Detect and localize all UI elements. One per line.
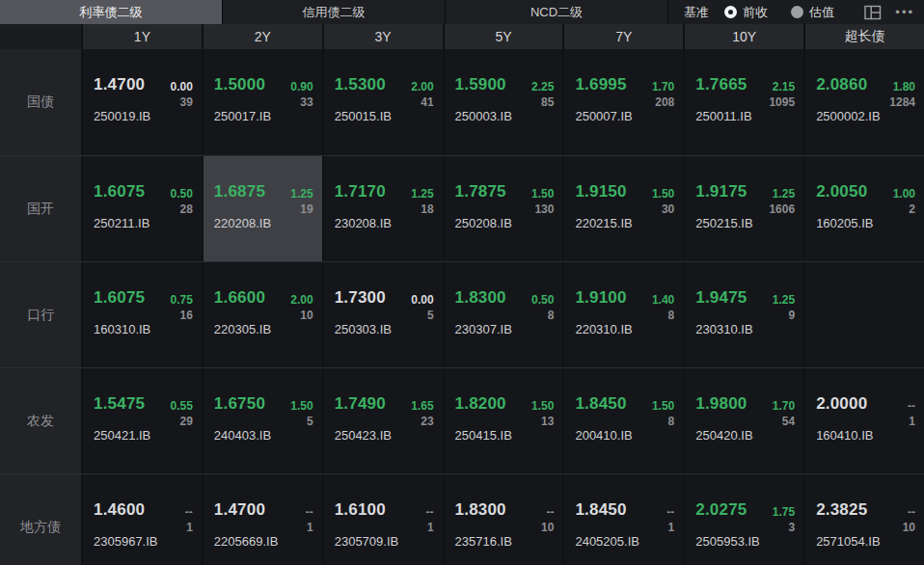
bond-cell[interactable]: 1.4600--12305967.IB — [81, 474, 202, 565]
bond-vol: 16 — [179, 309, 192, 322]
bond-cell[interactable]: 1.98001.7054250420.IB — [683, 368, 803, 473]
bond-vol: 29 — [179, 415, 192, 428]
column-header-row: 1Y2Y3Y5Y7Y10Y超长债 — [0, 24, 924, 49]
bond-cell[interactable]: 1.82001.5013250415.IB — [443, 368, 563, 473]
bond-code: 230310.IB — [695, 322, 752, 336]
bond-cell[interactable]: 2.02751.7532505953.IB — [683, 474, 803, 565]
bond-rate: 1.7875 — [455, 182, 506, 202]
bond-rate: 1.9175 — [695, 182, 747, 202]
bond-vol: 1095 — [769, 95, 795, 109]
bond-code: 250421.IB — [94, 428, 150, 443]
bond-code: 250003.IB — [455, 109, 512, 123]
bond-code: 220215.IB — [575, 216, 632, 230]
bond-cell[interactable]: 1.54750.5529250421.IB — [81, 368, 202, 473]
bond-chg: -- — [426, 505, 434, 519]
bond-cell[interactable]: 1.50000.9033250017.IB — [202, 49, 322, 155]
bond-row: 国开1.60750.5028250211.IB1.68751.251922020… — [0, 155, 924, 261]
bond-cell[interactable]: 1.8450--12405205.IB — [562, 474, 683, 565]
bond-rate: 1.5300 — [335, 75, 386, 94]
bond-code: 235716.IB — [455, 534, 512, 549]
bond-vol: 1 — [909, 415, 915, 428]
bond-cell[interactable]: 1.78751.50130250208.IB — [443, 156, 563, 261]
radio-prev-close[interactable]: 前收 — [724, 4, 768, 21]
bond-rate: 1.6100 — [335, 500, 386, 520]
bond-chg: 2.00 — [290, 293, 313, 307]
bond-vol: 28 — [179, 202, 192, 216]
bond-vol: 8 — [668, 415, 675, 428]
bond-vol: 3 — [788, 521, 795, 534]
bond-chg: 1.50 — [290, 399, 313, 413]
bond-chg: -- — [908, 505, 915, 519]
bond-cell[interactable]: 1.76652.151095250011.IB — [683, 49, 803, 155]
bond-vol: 9 — [788, 309, 795, 322]
bond-cell[interactable]: 1.4700--12205669.IB — [202, 474, 322, 565]
bond-rate: 1.9800 — [695, 394, 747, 414]
bond-rate: 1.4600 — [94, 500, 145, 520]
bond-vol: 30 — [662, 202, 674, 216]
bond-cell[interactable]: 1.71701.2518230208.IB — [322, 156, 443, 261]
bond-code: 250415.IB — [455, 428, 512, 443]
row-label: 口行 — [0, 262, 81, 367]
bond-cell[interactable]: 2.0000--1160410.IB — [803, 368, 924, 473]
bond-chg: 1.25 — [773, 293, 795, 307]
bond-code: 250208.IB — [455, 216, 512, 230]
bond-vol: 1 — [307, 521, 313, 534]
bond-code: 160310.IB — [94, 322, 150, 336]
bond-cell[interactable]: 1.66002.0010220305.IB — [202, 262, 322, 367]
bond-rate: 1.7490 — [335, 394, 386, 414]
bond-cell[interactable]: 1.73000.005250303.IB — [322, 262, 443, 367]
bond-cell[interactable]: 1.91751.251606250215.IB — [683, 156, 803, 261]
bond-rate: 1.9475 — [695, 288, 747, 308]
radio-button-icon — [791, 6, 803, 18]
bond-cell[interactable]: 1.69951.70208250007.IB — [562, 49, 683, 155]
bond-cell[interactable]: 1.67501.505240403.IB — [202, 368, 322, 473]
bond-chg: 1.25 — [290, 187, 313, 201]
bond-vol: 54 — [782, 415, 795, 428]
bond-rate: 1.5900 — [455, 75, 506, 94]
bond-chg: -- — [666, 505, 674, 519]
bond-rate: 2.0000 — [816, 394, 867, 414]
column-header-2: 3Y — [322, 24, 443, 49]
bond-chg: 1.50 — [531, 399, 554, 413]
bond-rate: 1.4700 — [214, 500, 265, 520]
layout-panels-icon[interactable] — [864, 5, 882, 20]
row-label: 农发 — [0, 368, 81, 473]
bond-vol: 1 — [186, 521, 193, 534]
bond-cell[interactable]: 1.59002.2585250003.IB — [443, 49, 563, 155]
bond-chg: -- — [185, 505, 193, 519]
bond-chg: 0.50 — [170, 187, 192, 201]
bond-cell[interactable]: 1.94751.259230310.IB — [683, 262, 803, 367]
bond-cell[interactable]: 1.60750.5028250211.IB — [81, 156, 202, 261]
bond-cell[interactable]: 1.8300--10235716.IB — [443, 474, 563, 565]
bond-cell[interactable]: 2.08601.8012842500002.IB — [803, 49, 924, 155]
bond-cell[interactable]: 1.68751.2519220208.IB — [202, 156, 322, 261]
more-icon[interactable]: ••• — [895, 6, 914, 18]
row-label: 国开 — [0, 156, 81, 261]
bond-rate: 1.7170 — [335, 182, 386, 202]
bond-cell[interactable]: 1.53002.0041250015.IB — [322, 49, 443, 155]
tab-credit-secondary[interactable]: 信用债二级 — [223, 0, 446, 24]
bond-cell[interactable]: 1.47000.0039250019.IB — [81, 49, 202, 155]
tab-ncd-secondary[interactable]: NCD二级 — [446, 0, 668, 24]
bond-code: 250019.IB — [94, 109, 150, 123]
bond-code: 230208.IB — [335, 216, 392, 230]
column-header-3: 5Y — [443, 24, 563, 49]
radio-valuation-label: 估值 — [809, 4, 834, 21]
bond-cell[interactable]: 1.83000.508230307.IB — [443, 262, 563, 367]
bond-cell[interactable]: 1.6100--12305709.IB — [322, 474, 443, 565]
bond-cell[interactable]: 2.00501.002160205.IB — [803, 156, 924, 261]
bond-cell[interactable]: 1.91001.408220310.IB — [562, 262, 683, 367]
bond-rate: 1.8200 — [455, 394, 506, 414]
bond-cell[interactable]: 1.74901.6523250423.IB — [322, 368, 443, 473]
bond-cell[interactable]: 1.84501.508200410.IB — [562, 368, 683, 473]
bond-cell[interactable]: 2.3825--102571054.IB — [803, 474, 924, 565]
bond-rate: 1.5000 — [214, 75, 265, 94]
radio-valuation[interactable]: 估值 — [791, 4, 834, 21]
bond-code: 220310.IB — [575, 322, 632, 336]
bond-cell[interactable]: 1.60750.7516160310.IB — [81, 262, 202, 367]
bond-cell[interactable]: 1.91501.5030220215.IB — [562, 156, 683, 261]
benchmark-label: 基准 — [684, 4, 709, 21]
bond-code: 2305709.IB — [335, 534, 399, 549]
bond-chg: 1.25 — [411, 187, 433, 201]
tab-rates-secondary[interactable]: 利率债二级 — [0, 0, 223, 24]
